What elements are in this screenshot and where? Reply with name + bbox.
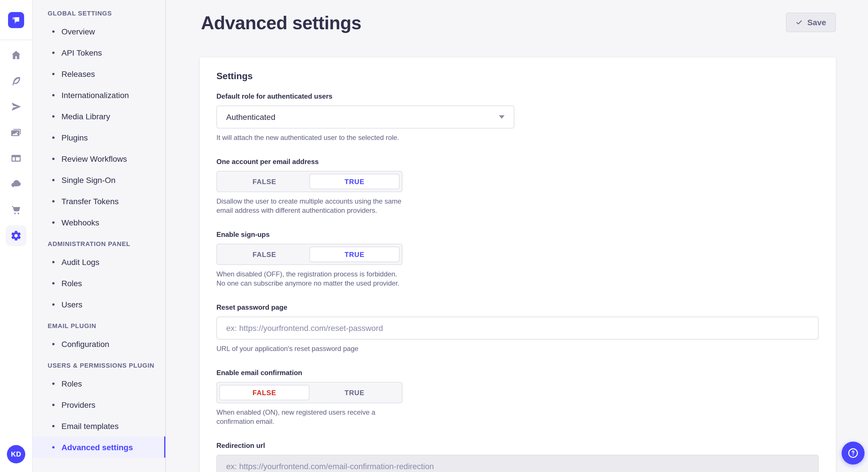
bullet-icon [52, 51, 55, 54]
field-email-confirmation: Enable email confirmation FALSE TRUE Whe… [216, 368, 406, 426]
logo-area [0, 0, 32, 40]
help-button[interactable] [842, 442, 865, 465]
app-window: KD GLOBAL SETTINGSOverviewAPI TokensRele… [0, 0, 868, 472]
toggle-false-option[interactable]: FALSE [219, 174, 309, 189]
bullet-icon [52, 446, 55, 448]
sidebar-item-label: Single Sign-On [61, 175, 115, 184]
cloud-icon[interactable] [6, 174, 26, 194]
sidebar-item-label: Overview [61, 27, 95, 36]
home-icon[interactable] [6, 45, 26, 65]
sidebar-item-transfer-tokens[interactable]: Transfer Tokens [33, 191, 165, 212]
sidebar-item-users[interactable]: Users [33, 294, 165, 315]
sidebar-item-configuration[interactable]: Configuration [33, 333, 165, 355]
field-hint: When enabled (ON), new registered users … [216, 408, 406, 426]
sidebar-item-plugins[interactable]: Plugins [33, 127, 165, 148]
settings-heading: Settings [216, 71, 818, 81]
field-label: One account per email address [216, 157, 406, 166]
field-enable-signups: Enable sign-ups FALSE TRUE When disabled… [216, 230, 406, 288]
shopping-cart-icon[interactable] [6, 200, 26, 220]
sidebar-item-media-library[interactable]: Media Library [33, 105, 165, 127]
bullet-icon [52, 136, 55, 138]
sidebar-section-title: USERS & PERMISSIONS PLUGIN [48, 362, 165, 369]
sidebar-item-single-sign-on[interactable]: Single Sign-On [33, 169, 165, 191]
redirection-url-input [216, 455, 818, 472]
sidebar-item-label: Releases [61, 69, 95, 78]
sidebar-item-advanced-settings[interactable]: Advanced settings [33, 436, 165, 458]
sidebar-item-label: API Tokens [61, 48, 102, 57]
sidebar-item-label: Providers [61, 400, 95, 409]
sidebar-item-roles[interactable]: Roles [33, 272, 165, 294]
field-label: Redirection url [216, 441, 818, 450]
sidebar-section-title: EMAIL PLUGIN [48, 322, 165, 329]
email-confirmation-toggle: FALSE TRUE [216, 382, 402, 403]
one-account-toggle: FALSE TRUE [216, 171, 402, 192]
sub-nav-sections: GLOBAL SETTINGSOverviewAPI TokensRelease… [33, 10, 165, 458]
field-reset-password: Reset password page URL of your applicat… [216, 303, 818, 353]
check-icon [796, 19, 803, 26]
user-avatar[interactable]: KD [7, 445, 25, 463]
sidebar-item-label: Audit Logs [61, 257, 99, 266]
field-one-account: One account per email address FALSE TRUE… [216, 157, 406, 215]
sidebar-item-label: Internationalization [61, 90, 129, 100]
bullet-icon [52, 282, 55, 284]
field-hint: URL of your application's reset password… [216, 344, 818, 353]
bullet-icon [52, 382, 55, 384]
settings-card: Settings Default role for authenticated … [200, 57, 836, 472]
sidebar-item-webhooks[interactable]: Webhooks [33, 212, 165, 233]
bullet-icon [52, 179, 55, 181]
bullet-icon [52, 30, 55, 32]
sidebar-item-label: Email templates [61, 421, 119, 430]
field-hint: When disabled (OFF), the registration pr… [216, 270, 406, 288]
sidebar-item-api-tokens[interactable]: API Tokens [33, 42, 165, 63]
sidebar-item-label: Users [61, 300, 82, 309]
bullet-icon [52, 72, 55, 75]
sidebar-item-label: Roles [61, 278, 82, 288]
sidebar-section-title: GLOBAL SETTINGS [48, 10, 165, 16]
sidebar-item-overview[interactable]: Overview [33, 21, 165, 42]
bullet-icon [52, 425, 55, 427]
rail-bottom: KD [7, 445, 25, 472]
sidebar-item-label: Media Library [61, 111, 110, 121]
gear-icon[interactable] [6, 225, 26, 246]
page-title: Advanced settings [201, 11, 361, 34]
save-button[interactable]: Save [786, 12, 836, 32]
main-nav-rail: KD [0, 0, 33, 472]
toggle-false-option[interactable]: FALSE [219, 385, 309, 400]
field-label: Enable email confirmation [216, 368, 406, 377]
feather-icon[interactable] [6, 71, 26, 91]
bullet-icon [52, 303, 55, 305]
reset-password-input[interactable] [216, 316, 818, 339]
toggle-false-option[interactable]: FALSE [219, 247, 309, 262]
bullet-icon [52, 94, 55, 96]
sidebar-item-releases[interactable]: Releases [33, 63, 165, 84]
toggle-true-option[interactable]: TRUE [309, 385, 400, 400]
layout-icon[interactable] [6, 148, 26, 169]
sidebar-item-internationalization[interactable]: Internationalization [33, 84, 165, 105]
toggle-true-option[interactable]: TRUE [309, 174, 400, 189]
bullet-icon [52, 343, 55, 345]
chevron-down-icon [499, 115, 505, 119]
sidebar-item-label: Roles [61, 379, 82, 388]
field-label: Default role for authenticated users [216, 92, 818, 101]
sidebar-item-review-workflows[interactable]: Review Workflows [33, 148, 165, 169]
field-redirection-url: Redirection url [216, 441, 818, 472]
sidebar-item-label: Review Workflows [61, 154, 127, 163]
select-value: Authenticated [226, 112, 275, 122]
sidebar-item-label: Configuration [61, 339, 110, 348]
bullet-icon [52, 403, 55, 406]
sidebar-item-email-templates[interactable]: Email templates [33, 415, 165, 436]
bullet-icon [52, 221, 55, 224]
sidebar-item-roles[interactable]: Roles [33, 373, 165, 394]
bullet-icon [52, 261, 55, 263]
media-library-icon[interactable] [6, 122, 26, 143]
sidebar-item-providers[interactable]: Providers [33, 394, 165, 415]
sub-nav: GLOBAL SETTINGSOverviewAPI TokensRelease… [33, 0, 166, 472]
question-mark-icon [847, 447, 859, 460]
default-role-select[interactable]: Authenticated [216, 105, 515, 129]
strapi-logo-icon [8, 12, 24, 28]
sidebar-item-audit-logs[interactable]: Audit Logs [33, 251, 165, 272]
main-content: Advanced settings Save Settings Default … [166, 0, 868, 472]
sidebar-item-label: Webhooks [61, 217, 99, 227]
paper-plane-icon[interactable] [6, 96, 26, 117]
toggle-true-option[interactable]: TRUE [309, 247, 400, 262]
